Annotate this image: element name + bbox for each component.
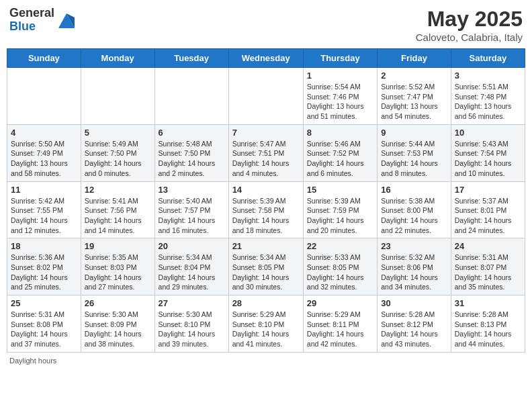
- day-info: Sunrise: 5:46 AM Sunset: 7:52 PM Dayligh…: [307, 139, 373, 179]
- calendar-cell: 2Sunrise: 5:52 AM Sunset: 7:47 PM Daylig…: [378, 68, 451, 125]
- calendar-cell: 15Sunrise: 5:39 AM Sunset: 7:59 PM Dayli…: [303, 181, 377, 238]
- calendar-cell: [7, 68, 81, 125]
- calendar-cell: 9Sunrise: 5:44 AM Sunset: 7:53 PM Daylig…: [378, 124, 451, 181]
- page-header: General Blue May 2025 Caloveto, Calabria…: [7, 7, 525, 43]
- day-info: Sunrise: 5:34 AM Sunset: 8:05 PM Dayligh…: [232, 253, 300, 292]
- month-year-title: May 2025: [416, 7, 523, 32]
- day-info: Sunrise: 5:31 AM Sunset: 8:08 PM Dayligh…: [11, 310, 77, 349]
- day-number: 7: [232, 128, 300, 138]
- day-number: 30: [381, 298, 447, 308]
- weekday-header: Tuesday: [154, 49, 228, 68]
- day-number: 3: [455, 71, 521, 81]
- day-number: 15: [307, 185, 373, 195]
- calendar-cell: 11Sunrise: 5:42 AM Sunset: 7:55 PM Dayli…: [7, 181, 81, 238]
- calendar-cell: 27Sunrise: 5:30 AM Sunset: 8:10 PM Dayli…: [154, 295, 228, 353]
- title-block: May 2025 Caloveto, Calabria, Italy: [416, 7, 523, 43]
- day-number: 27: [159, 298, 225, 308]
- day-number: 12: [85, 185, 151, 195]
- day-info: Sunrise: 5:33 AM Sunset: 8:05 PM Dayligh…: [307, 253, 373, 292]
- day-info: Sunrise: 5:30 AM Sunset: 8:09 PM Dayligh…: [85, 310, 151, 349]
- day-number: 6: [159, 128, 225, 138]
- day-info: Sunrise: 5:42 AM Sunset: 7:55 PM Dayligh…: [11, 196, 77, 236]
- calendar-cell: 23Sunrise: 5:32 AM Sunset: 8:06 PM Dayli…: [378, 238, 451, 295]
- day-info: Sunrise: 5:32 AM Sunset: 8:06 PM Dayligh…: [381, 253, 447, 292]
- day-number: 26: [85, 298, 151, 308]
- day-info: Sunrise: 5:28 AM Sunset: 8:12 PM Dayligh…: [381, 310, 447, 349]
- footer: Daylight hours: [7, 357, 525, 365]
- day-number: 28: [232, 298, 300, 308]
- logo-blue-text: Blue: [9, 20, 54, 34]
- calendar-cell: 21Sunrise: 5:34 AM Sunset: 8:05 PM Dayli…: [228, 238, 303, 295]
- day-info: Sunrise: 5:51 AM Sunset: 7:48 PM Dayligh…: [455, 82, 521, 122]
- calendar-week-row: 18Sunrise: 5:36 AM Sunset: 8:02 PM Dayli…: [7, 238, 525, 295]
- day-number: 23: [381, 241, 447, 251]
- day-number: 11: [11, 185, 77, 195]
- weekday-header: Saturday: [451, 49, 525, 68]
- day-number: 31: [455, 298, 521, 308]
- day-number: 9: [381, 128, 447, 138]
- calendar-cell: 5Sunrise: 5:49 AM Sunset: 7:50 PM Daylig…: [81, 124, 154, 181]
- calendar-cell: [81, 68, 154, 125]
- daylight-hours-label: Daylight hours: [9, 357, 56, 365]
- calendar-week-row: 4Sunrise: 5:50 AM Sunset: 7:49 PM Daylig…: [7, 124, 525, 181]
- day-number: 25: [11, 298, 77, 308]
- day-info: Sunrise: 5:39 AM Sunset: 7:58 PM Dayligh…: [232, 196, 300, 236]
- day-number: 13: [159, 185, 225, 195]
- day-number: 17: [455, 185, 521, 195]
- day-number: 19: [85, 241, 151, 251]
- calendar-week-row: 1Sunrise: 5:54 AM Sunset: 7:46 PM Daylig…: [7, 68, 525, 125]
- calendar-cell: 14Sunrise: 5:39 AM Sunset: 7:58 PM Dayli…: [228, 181, 303, 238]
- day-info: Sunrise: 5:34 AM Sunset: 8:04 PM Dayligh…: [159, 253, 225, 292]
- weekday-header: Monday: [81, 49, 154, 68]
- calendar-cell: 6Sunrise: 5:48 AM Sunset: 7:50 PM Daylig…: [154, 124, 228, 181]
- calendar-table: SundayMondayTuesdayWednesdayThursdayFrid…: [7, 48, 525, 353]
- day-info: Sunrise: 5:31 AM Sunset: 8:07 PM Dayligh…: [455, 253, 521, 292]
- logo-icon: [57, 11, 76, 30]
- calendar-cell: 7Sunrise: 5:47 AM Sunset: 7:51 PM Daylig…: [228, 124, 303, 181]
- calendar-cell: 8Sunrise: 5:46 AM Sunset: 7:52 PM Daylig…: [303, 124, 377, 181]
- day-number: 20: [159, 241, 225, 251]
- day-info: Sunrise: 5:39 AM Sunset: 7:59 PM Dayligh…: [307, 196, 373, 236]
- logo-general-text: General: [9, 7, 54, 20]
- day-info: Sunrise: 5:40 AM Sunset: 7:57 PM Dayligh…: [159, 196, 225, 236]
- day-number: 4: [11, 128, 77, 138]
- logo: General Blue: [9, 7, 76, 34]
- calendar-cell: 10Sunrise: 5:43 AM Sunset: 7:54 PM Dayli…: [451, 124, 525, 181]
- day-info: Sunrise: 5:35 AM Sunset: 8:03 PM Dayligh…: [85, 253, 151, 292]
- calendar-cell: 29Sunrise: 5:29 AM Sunset: 8:11 PM Dayli…: [303, 295, 377, 353]
- day-info: Sunrise: 5:29 AM Sunset: 8:10 PM Dayligh…: [232, 310, 300, 349]
- calendar-cell: 19Sunrise: 5:35 AM Sunset: 8:03 PM Dayli…: [81, 238, 154, 295]
- day-number: 14: [232, 185, 300, 195]
- day-info: Sunrise: 5:50 AM Sunset: 7:49 PM Dayligh…: [11, 139, 77, 179]
- day-number: 10: [455, 128, 521, 138]
- day-info: Sunrise: 5:41 AM Sunset: 7:56 PM Dayligh…: [85, 196, 151, 236]
- day-number: 21: [232, 241, 300, 251]
- day-info: Sunrise: 5:48 AM Sunset: 7:50 PM Dayligh…: [159, 139, 225, 179]
- weekday-header: Thursday: [303, 49, 377, 68]
- day-number: 18: [11, 241, 77, 251]
- day-number: 22: [307, 241, 373, 251]
- day-info: Sunrise: 5:30 AM Sunset: 8:10 PM Dayligh…: [159, 310, 225, 349]
- weekday-header: Friday: [378, 49, 451, 68]
- calendar-cell: 4Sunrise: 5:50 AM Sunset: 7:49 PM Daylig…: [7, 124, 81, 181]
- day-number: 29: [307, 298, 373, 308]
- day-info: Sunrise: 5:29 AM Sunset: 8:11 PM Dayligh…: [307, 310, 373, 349]
- day-info: Sunrise: 5:28 AM Sunset: 8:13 PM Dayligh…: [455, 310, 521, 349]
- day-info: Sunrise: 5:44 AM Sunset: 7:53 PM Dayligh…: [381, 139, 447, 179]
- calendar-cell: [228, 68, 303, 125]
- day-info: Sunrise: 5:47 AM Sunset: 7:51 PM Dayligh…: [232, 139, 300, 179]
- day-info: Sunrise: 5:49 AM Sunset: 7:50 PM Dayligh…: [85, 139, 151, 179]
- calendar-cell: [154, 68, 228, 125]
- day-number: 8: [307, 128, 373, 138]
- calendar-cell: 22Sunrise: 5:33 AM Sunset: 8:05 PM Dayli…: [303, 238, 377, 295]
- location-subtitle: Caloveto, Calabria, Italy: [416, 32, 523, 43]
- calendar-cell: 20Sunrise: 5:34 AM Sunset: 8:04 PM Dayli…: [154, 238, 228, 295]
- calendar-cell: 16Sunrise: 5:38 AM Sunset: 8:00 PM Dayli…: [378, 181, 451, 238]
- calendar-cell: 13Sunrise: 5:40 AM Sunset: 7:57 PM Dayli…: [154, 181, 228, 238]
- calendar-cell: 25Sunrise: 5:31 AM Sunset: 8:08 PM Dayli…: [7, 295, 81, 353]
- calendar-cell: 3Sunrise: 5:51 AM Sunset: 7:48 PM Daylig…: [451, 68, 525, 125]
- day-number: 16: [381, 185, 447, 195]
- calendar-cell: 30Sunrise: 5:28 AM Sunset: 8:12 PM Dayli…: [378, 295, 451, 353]
- calendar-cell: 28Sunrise: 5:29 AM Sunset: 8:10 PM Dayli…: [228, 295, 303, 353]
- weekday-header-row: SundayMondayTuesdayWednesdayThursdayFrid…: [7, 49, 525, 68]
